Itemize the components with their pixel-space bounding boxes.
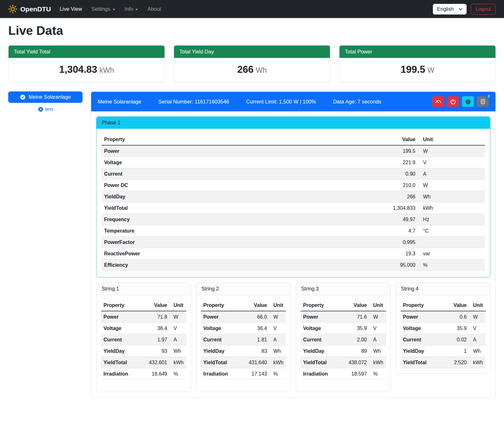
table-row: Irradiation 18.597 %: [301, 368, 386, 380]
property-name: Frequency: [102, 214, 370, 225]
property-value: 71.6: [342, 311, 370, 323]
property-unit: A: [170, 334, 186, 346]
property-value: 431.640: [242, 357, 270, 368]
brand[interactable]: OpenDTU: [8, 4, 51, 14]
summary-card-title: Total Yield Day: [174, 46, 330, 58]
string-table: Property Value Unit Power: [301, 300, 386, 380]
property-name: Voltage: [101, 323, 143, 334]
language-select[interactable]: English: [433, 4, 467, 15]
table-row: Current 1.81 A: [201, 334, 286, 346]
inverter-current-limit: Current Limit: 1,500 W | 100%: [246, 99, 316, 105]
property-name: Temperature: [102, 225, 370, 237]
column-header-property: Property: [301, 300, 342, 311]
device-info-button[interactable]: [462, 96, 474, 107]
property-unit: Wh: [469, 346, 486, 357]
property-unit: °C: [418, 225, 485, 237]
table-row: YieldDay 1 Wh: [401, 346, 486, 357]
sun-logo-icon: [8, 4, 17, 14]
check-circle-icon: [20, 94, 26, 100]
property-value: 36.4: [242, 323, 270, 334]
property-name: Irradiation: [201, 368, 243, 380]
property-name: Current: [101, 334, 143, 346]
property-name: Power: [401, 311, 442, 323]
table-header-row: Property Value Unit: [401, 300, 486, 311]
nav-settings[interactable]: Settings: [91, 6, 115, 12]
property-value: 66.0: [242, 311, 270, 323]
column-header-unit: Unit: [370, 300, 386, 311]
inverter-test-label: test: [45, 106, 53, 112]
column-header-value: Value: [143, 300, 170, 311]
event-log-button[interactable]: 2: [477, 96, 489, 107]
property-unit: W: [418, 145, 485, 157]
property-name: YieldTotal: [102, 203, 370, 214]
power-icon: [450, 99, 456, 104]
table-row: YieldTotal 438.072 kWh: [301, 357, 386, 368]
property-unit: [418, 237, 485, 248]
table-row: YieldTotal 431.640 kWh: [201, 357, 286, 368]
inverter-panel-body: Phase 1 Property Value Unit: [91, 111, 495, 397]
property-name: Irradiation: [101, 368, 143, 380]
property-name: Current: [301, 334, 342, 346]
table-row: Voltage 36.4 V: [101, 323, 186, 334]
property-value: 221.9: [370, 157, 418, 168]
inverter-select-button[interactable]: Meine Solaranlage: [8, 91, 83, 103]
property-value: 71.8: [143, 311, 170, 323]
table-row: Current 0.02 A: [401, 334, 486, 346]
logout-button[interactable]: Logout: [471, 4, 496, 15]
journal-icon: [480, 99, 486, 104]
gauge-icon: [435, 99, 441, 105]
inverter-toggle-test[interactable]: test: [38, 106, 53, 112]
inverter-name: Meine Solaranlage: [98, 99, 141, 105]
nav-about[interactable]: About: [147, 6, 161, 12]
table-row: YieldDay 89 Wh: [301, 346, 386, 357]
table-row: YieldDay 93 Wh: [101, 346, 186, 357]
nav-info[interactable]: Info: [125, 6, 138, 12]
property-value: 1.81: [242, 334, 270, 346]
power-toggle-button[interactable]: [447, 96, 459, 107]
string-card-1: String 1 Property Value Unit: [96, 283, 191, 392]
property-unit: A: [270, 334, 286, 346]
summary-card-value: 199.5: [401, 64, 425, 75]
property-unit: kWh: [370, 357, 386, 368]
property-value: 17.143: [242, 368, 270, 380]
property-value: 432.601: [143, 357, 170, 368]
table-row: Power DC 210.0 W: [102, 180, 485, 191]
property-name: YieldDay: [201, 346, 243, 357]
navbar-right: English Logout: [433, 4, 496, 15]
property-unit: Hz: [418, 214, 485, 225]
property-name: Voltage: [301, 323, 342, 334]
limit-settings-button[interactable]: [432, 96, 444, 107]
property-value: 0.90: [370, 168, 418, 180]
string-table: Property Value Unit Power: [401, 300, 486, 368]
property-value: 1,304.833: [370, 203, 418, 214]
table-row: Voltage 35.9 V: [401, 323, 486, 334]
property-value: 2.00: [342, 334, 370, 346]
column-header-unit: Unit: [469, 300, 486, 311]
cpu-chip-icon: [465, 99, 471, 105]
string-table: Property Value Unit Power: [201, 300, 286, 380]
nav-live-view[interactable]: Live View: [60, 6, 82, 12]
table-row: Current 2.00 A: [301, 334, 386, 346]
phase-table: Property Value Unit Power: [102, 134, 485, 271]
property-value: 19.3: [370, 248, 418, 259]
property-unit: A: [469, 334, 486, 346]
property-name: YieldDay: [401, 346, 442, 357]
table-row: YieldDay 266 Wh: [102, 191, 485, 203]
language-selected-value: English: [437, 6, 454, 12]
strings-row: String 1 Property Value Unit: [96, 283, 490, 392]
property-unit: W: [170, 311, 186, 323]
column-header-unit: Unit: [418, 134, 485, 145]
property-name: Current: [401, 334, 442, 346]
property-unit: Wh: [170, 346, 186, 357]
property-name: YieldTotal: [301, 357, 342, 368]
string-card-4: String 4 Property Value Unit: [396, 283, 491, 374]
property-unit: V: [370, 323, 386, 334]
property-unit: W: [370, 311, 386, 323]
summary-card-value: 266: [237, 64, 254, 75]
column-header-value: Value: [370, 134, 418, 145]
column-header-property: Property: [101, 300, 143, 311]
chevron-down-icon: [135, 9, 138, 10]
column-header-value: Value: [342, 300, 370, 311]
summary-card-value: 1,304.83: [59, 64, 97, 75]
property-unit: %: [170, 368, 186, 380]
